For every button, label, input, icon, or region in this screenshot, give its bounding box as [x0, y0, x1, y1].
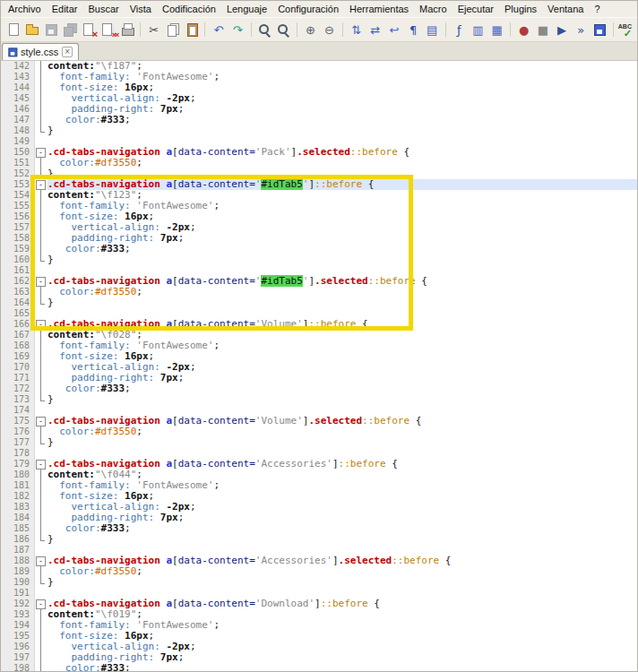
code-line-164[interactable]: 164} — [1, 297, 637, 308]
code-text: } — [47, 297, 637, 308]
copy-icon[interactable] — [164, 21, 181, 39]
code-line-186[interactable]: 186} — [1, 534, 637, 545]
fold-collapse-icon[interactable]: - — [35, 599, 47, 609]
code-text: color:#333; — [47, 244, 637, 254]
fold-collapse-icon[interactable]: - — [35, 459, 47, 470]
line-number: 174 — [1, 405, 35, 416]
line-number: 191 — [1, 588, 35, 599]
code-line-176[interactable]: 176 color:#df3550; — [1, 426, 637, 437]
menu-item-ejecutar[interactable]: Ejecutar — [453, 2, 499, 16]
save-all-icon[interactable] — [61, 21, 78, 39]
code-line-148[interactable]: 148} — [1, 125, 637, 136]
replace-icon[interactable] — [275, 21, 292, 39]
tab-style-css[interactable]: style.css × — [2, 43, 79, 60]
code-line-190[interactable]: 190} — [1, 577, 637, 588]
code-line-177[interactable]: 177} — [1, 437, 637, 448]
zoom-out-icon[interactable]: ⊖ — [321, 21, 338, 39]
fold-collapse-icon[interactable]: - — [35, 276, 47, 287]
macro-save-icon[interactable] — [591, 21, 608, 39]
fold-minus-icon[interactable]: - — [36, 599, 46, 609]
menu-item-codificaci-n[interactable]: Codificación — [157, 2, 221, 16]
line-number: 181 — [1, 480, 35, 491]
toolbar-separator — [510, 22, 511, 37]
menu-item-configuraci-n[interactable]: Configuración — [272, 2, 344, 16]
menu-item-buscar[interactable]: Buscar — [82, 2, 124, 16]
code-line-147[interactable]: 147 color:#333; — [1, 115, 637, 125]
line-number: 150 — [1, 147, 35, 158]
document-map-icon[interactable]: ▥ — [470, 21, 487, 39]
code-line-159[interactable]: 159 color:#333; — [1, 244, 637, 254]
fold-margin — [35, 93, 47, 104]
code-line-173[interactable]: 173} — [1, 394, 637, 405]
fold-margin — [35, 437, 47, 448]
word-wrap-icon[interactable]: ↩ — [385, 21, 402, 39]
fold-minus-icon[interactable]: - — [36, 417, 46, 426]
fold-collapse-icon[interactable]: - — [35, 416, 47, 426]
menu-item-archivo[interactable]: Archivo — [3, 2, 47, 16]
paste-icon[interactable] — [183, 21, 200, 39]
show-all-characters-icon[interactable]: ¶ — [405, 21, 422, 39]
fold-minus-icon[interactable]: - — [36, 148, 46, 158]
toolbar-separator — [140, 22, 141, 37]
code-line-185[interactable]: 185 color:#333; — [1, 523, 637, 534]
document-switcher-icon[interactable]: ▦ — [488, 21, 505, 39]
undo-icon[interactable]: ↶ — [210, 21, 227, 39]
fold-minus-icon[interactable]: - — [36, 556, 46, 566]
code-text: color:#df3550; — [47, 566, 637, 577]
fold-collapse-icon[interactable]: - — [35, 319, 47, 330]
code-line-198[interactable]: 198 color:#333; — [1, 663, 637, 671]
cut-icon[interactable]: ✂ — [145, 21, 162, 39]
code-line-151[interactable]: 151 color:#df3550; — [1, 158, 637, 168]
code-text: } — [47, 254, 637, 265]
fold-margin — [35, 136, 47, 147]
macro-run-multiple-icon[interactable]: » — [573, 21, 590, 39]
print-icon[interactable] — [118, 21, 135, 39]
line-number: 173 — [1, 394, 35, 405]
find-icon — [257, 22, 272, 37]
save-icon[interactable] — [42, 21, 59, 39]
fold-minus-icon[interactable]: - — [36, 460, 46, 470]
sync-vertical-icon[interactable]: ⇅ — [348, 21, 365, 39]
zoom-in-icon[interactable]: ⊕ — [302, 21, 319, 39]
line-number: 152 — [1, 168, 35, 179]
open-file-icon[interactable] — [23, 21, 40, 39]
fold-margin — [35, 362, 47, 373]
close-all-icon[interactable] — [99, 21, 116, 39]
find-icon[interactable] — [256, 21, 273, 39]
tab-close-icon[interactable]: × — [62, 47, 73, 57]
macro-record-icon[interactable]: ● — [515, 21, 532, 39]
code-line-172[interactable]: 172 color:#333; — [1, 383, 637, 394]
code-line-189[interactable]: 189 color:#df3550; — [1, 566, 637, 577]
paste-icon — [185, 22, 199, 37]
redo-icon[interactable]: ↷ — [229, 21, 246, 39]
sync-horizontal-icon[interactable]: ⇄ — [366, 21, 384, 39]
fold-margin — [35, 244, 47, 254]
spell-check-icon[interactable] — [618, 21, 636, 39]
fold-collapse-icon[interactable]: - — [35, 179, 47, 190]
fold-minus-icon[interactable]: - — [36, 320, 46, 330]
fold-minus-icon[interactable]: - — [36, 277, 46, 287]
code-line-163[interactable]: 163 color:#df3550; — [1, 287, 637, 297]
menu-item-ventana[interactable]: Ventana — [542, 2, 589, 16]
macro-play-icon: ▶ — [557, 24, 566, 36]
menu-item-lenguaje[interactable]: Lenguaje — [221, 2, 272, 16]
editor-area[interactable]: 142content:"\f187";143 font-family: 'Fon… — [1, 61, 637, 671]
code-line-160[interactable]: 160} — [1, 254, 637, 265]
menu-item-plugins[interactable]: Plugins — [499, 2, 542, 16]
menu-item-?[interactable]: ? — [589, 2, 605, 16]
close-icon[interactable] — [81, 21, 98, 39]
menu-item-vista[interactable]: Vista — [125, 2, 157, 16]
fold-collapse-icon[interactable]: - — [35, 556, 47, 566]
new-file-icon[interactable] — [4, 21, 22, 39]
fold-minus-icon[interactable]: - — [36, 180, 46, 190]
menu-item-herramientas[interactable]: Herramientas — [344, 2, 414, 16]
fold-collapse-icon[interactable]: - — [35, 147, 47, 158]
menu-item-macro[interactable]: Macro — [414, 2, 453, 16]
macro-play-icon[interactable]: ▶ — [553, 21, 570, 39]
function-list-icon[interactable]: ƒ — [451, 21, 468, 39]
document-switcher-icon: ▦ — [491, 24, 502, 36]
indent-guide-icon[interactable]: ▤ — [424, 21, 441, 39]
macro-stop-icon[interactable]: ■ — [534, 21, 551, 39]
line-number: 183 — [1, 502, 35, 513]
menu-item-editar[interactable]: Editar — [47, 2, 83, 16]
